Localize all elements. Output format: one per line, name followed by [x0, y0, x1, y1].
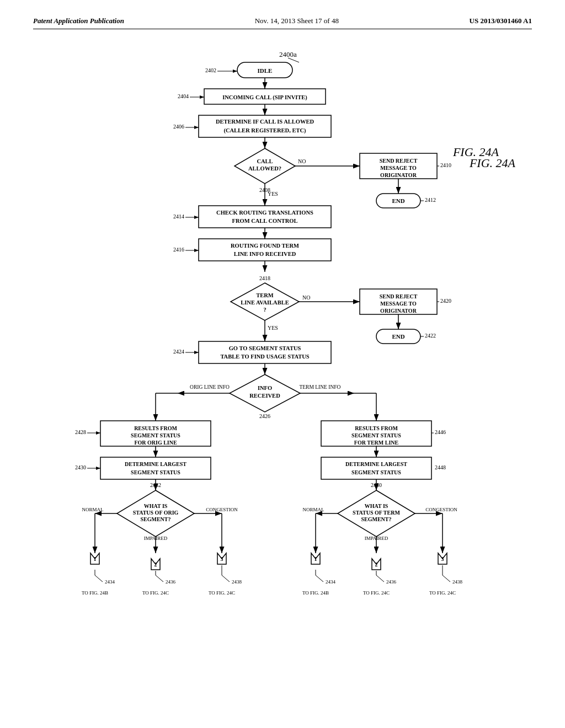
node-end-2412-label: END — [392, 197, 404, 204]
orig-line-info-label: ORIG LINE INFO — [190, 384, 230, 390]
ref-2438-term-pointer — [443, 575, 450, 582]
node-det-line1: DETERMINE IF CALL IS ALLOWED — [216, 119, 315, 125]
node-reject-2410-l2: MESSAGE TO — [380, 165, 417, 171]
node-det-largest-term — [321, 457, 431, 479]
no-label-2408: NO — [298, 158, 306, 164]
node-2430-ref: 2430 — [75, 464, 86, 470]
node-det-term-l2: SEGMENT STATUS — [351, 469, 401, 475]
node-2418-ref: 2418 — [259, 275, 270, 281]
no-label-2418: NO — [302, 295, 310, 301]
page: Patent Application Publication Nov. 14, … — [0, 0, 565, 728]
to-fig-24c-term-imp: TO FIG. 24C — [363, 590, 390, 596]
node-what-orig-l3: SEGMENT? — [140, 516, 170, 522]
node-what-orig-l2: STATUS OF ORIG — [133, 510, 179, 516]
figure-24a-label: FIG. 24A — [470, 156, 515, 170]
diagram-id-label: 2400a — [279, 50, 297, 58]
node-segment-l2: TABLE TO FIND USAGE STATUS — [220, 354, 309, 360]
node-reject-2420-l1: SEND REJECT — [380, 293, 418, 299]
node-results-orig-l3: FOR ORIG LINE — [134, 440, 177, 446]
node-results-term-l3: FOR TERM LINE — [354, 440, 399, 446]
node-det-term-l1: DETERMINE LARGEST — [345, 461, 407, 467]
node-results-term-l1: RESULTS FROM — [355, 425, 398, 431]
header-patent-number: US 2013/0301460 A1 — [470, 17, 532, 25]
node-reject-2420-l2: MESSAGE TO — [380, 301, 417, 307]
node-2420-ref: 2420 — [440, 298, 451, 304]
node-what-term-l1: WHAT IS — [365, 503, 388, 509]
node-idle-label: IDLE — [258, 67, 273, 74]
node-go-to-segment — [199, 341, 331, 363]
node-2448-ref: 2448 — [435, 464, 446, 470]
node-reject-2410-l3: ORIGINATOR — [380, 172, 417, 178]
ref-2436-term-label: 2436 — [386, 579, 397, 585]
to-fig-24c-term-con: TO FIG. 24C — [429, 590, 456, 596]
ref-2434-term-pointer — [316, 575, 323, 582]
node-routing-found-l1: ROUTING FOUND TERM — [231, 243, 299, 249]
node-2424-ref: 2424 — [173, 349, 184, 355]
node-what-orig-l1: WHAT IS — [144, 503, 168, 509]
node-incoming-call-label: INCOMING CALL (SIP INVITE) — [222, 94, 307, 101]
node-info-l1: INFO — [258, 385, 272, 391]
node-2402-ref: 2402 — [205, 67, 216, 73]
node-2406-ref: 2406 — [173, 124, 184, 130]
node-2414-ref: 2414 — [173, 213, 184, 220]
badge-orig-1-label: 1 — [94, 556, 97, 562]
node-2416-ref: 2416 — [173, 247, 184, 253]
diagram-area: FIG. 24A 2400a IDLE 2402 INCOMING CALL (… — [33, 46, 532, 691]
node-term-line-l2: LINE AVAILABLE — [241, 299, 289, 306]
node-check-routing-l2: FROM CALL CONTROL — [232, 218, 297, 224]
node-2426-ref: 2426 — [259, 413, 270, 419]
term-line-info-label: TERM LINE INFO — [300, 384, 341, 390]
node-2428-ref: 2428 — [75, 429, 86, 435]
ref-2438-orig-label: 2438 — [232, 579, 242, 585]
to-fig-24b-term: TO FIG. 24B — [302, 590, 329, 596]
term-impaired-label: IMPAIRED — [365, 536, 388, 541]
node-results-orig-l2: SEGMENT STATUS — [131, 432, 180, 438]
badge-term-1-label: 1 — [315, 556, 317, 562]
orig-congestion-label: CONGESTION — [206, 507, 238, 512]
term-normal-label: NORMAL — [302, 507, 324, 512]
node-info-l2: RECEIVED — [249, 393, 280, 399]
ref-2438-pointer — [222, 575, 230, 582]
node-routing-found — [199, 239, 331, 261]
ref-2438-term-label: 2438 — [452, 579, 463, 585]
node-det-orig-l2: SEGMENT STATUS — [131, 469, 180, 475]
node-2412-ref: 2412 — [425, 197, 436, 203]
node-det-line2: (CALLER REGISTERED, ETC) — [223, 127, 306, 134]
yes-label-2418: YES — [268, 325, 278, 331]
ref-2436-pointer — [156, 575, 163, 582]
term-congestion-label: CONGESTION — [425, 507, 457, 512]
node-segment-l1: GO TO SEGMENT STATUS — [229, 345, 301, 351]
orig-normal-label: NORMAL — [82, 507, 103, 512]
to-fig-24c-orig-imp: TO FIG. 24C — [142, 590, 169, 596]
node-call-allowed-line1: CALL — [257, 158, 273, 164]
node-results-term-l2: SEGMENT STATUS — [351, 432, 401, 438]
to-fig-24c-orig-con: TO FIG. 24C — [209, 590, 235, 596]
ref-2436-term-pointer — [376, 575, 384, 582]
badge-term-3-label: 3 — [441, 556, 444, 562]
node-2446-ref: 2446 — [435, 429, 446, 435]
node-check-routing-l1: CHECK ROUTING TRANSLATIONS — [216, 210, 313, 216]
node-det-orig-l1: DETERMINE LARGEST — [125, 461, 186, 467]
to-fig-24b-orig: TO FIG. 24B — [82, 590, 108, 596]
node-reject-2410-l1: SEND REJECT — [380, 158, 418, 164]
node-reject-2420-l3: ORIGINATOR — [380, 308, 417, 314]
node-routing-found-l2: LINE INFO RECEIVED — [234, 251, 296, 257]
ref-2434-term-label: 2434 — [326, 579, 336, 585]
node-call-allowed-line2: ALLOWED? — [248, 165, 281, 172]
yes-label-2408: YES — [268, 191, 278, 197]
ref-2434-orig-label: 2434 — [105, 579, 115, 585]
node-2404-ref: 2404 — [178, 93, 189, 99]
node-2422-ref: 2422 — [425, 333, 436, 339]
node-check-routing — [199, 206, 331, 228]
orig-impaired-label: IMPAIRED — [144, 536, 168, 541]
node-what-term-l2: STATUS OF TERM — [353, 510, 400, 516]
node-results-orig-l1: RESULTS FROM — [134, 425, 177, 431]
node-term-line-l1: TERM — [256, 292, 274, 298]
badge-term-2-label: 2 — [375, 561, 378, 568]
id-pointer — [288, 58, 299, 62]
page-header: Patent Application Publication Nov. 14, … — [33, 17, 532, 29]
node-term-line-l3: ? — [263, 307, 266, 313]
badge-orig-2-label: 2 — [154, 561, 157, 568]
node-end-2422-label: END — [392, 333, 404, 340]
node-2410-ref: 2410 — [440, 162, 451, 168]
